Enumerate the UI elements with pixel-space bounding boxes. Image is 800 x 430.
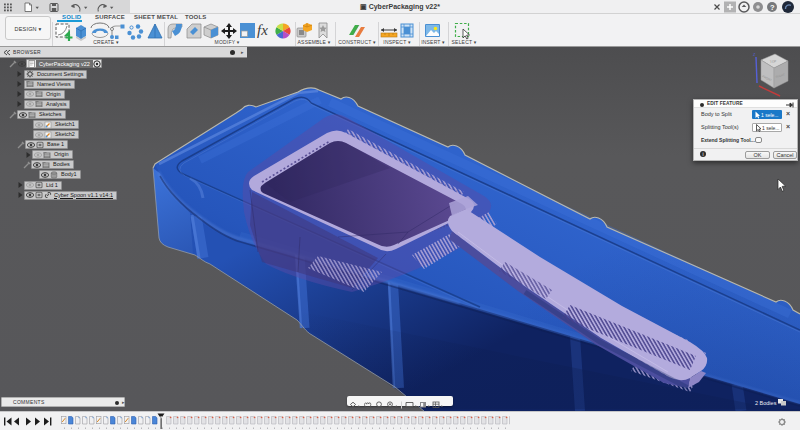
svg-text:?: ? xyxy=(770,3,775,12)
svg-text:fx: fx xyxy=(257,22,268,38)
svg-text:TOP: TOP xyxy=(770,59,777,64)
svg-text:Z: Z xyxy=(753,52,756,57)
